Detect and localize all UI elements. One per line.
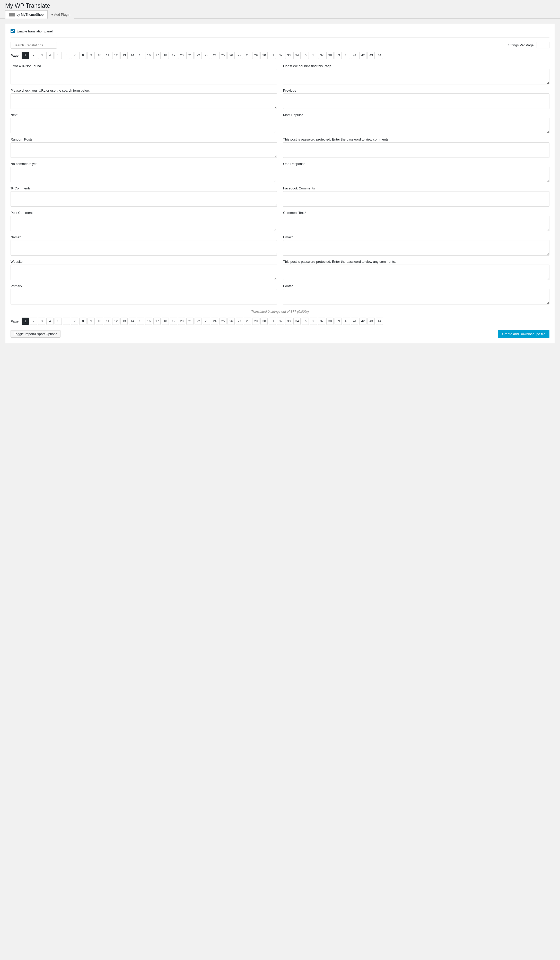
search-input[interactable] [11, 42, 57, 49]
page-button-3[interactable]: 3 [38, 52, 45, 59]
page-button-17[interactable]: 17 [154, 318, 161, 325]
enable-checkbox[interactable] [11, 29, 15, 33]
page-button-26[interactable]: 26 [227, 52, 235, 59]
page-button-14[interactable]: 14 [129, 318, 136, 325]
page-button-29[interactable]: 29 [252, 52, 259, 59]
page-button-6[interactable]: 6 [63, 52, 70, 59]
translation-textarea-f3[interactable] [11, 93, 277, 109]
page-button-20[interactable]: 20 [178, 52, 185, 59]
page-button-39[interactable]: 39 [334, 52, 342, 59]
page-button-2[interactable]: 2 [30, 52, 37, 59]
page-button-25[interactable]: 25 [219, 318, 226, 325]
page-button-1[interactable]: 1 [22, 318, 29, 325]
page-button-5[interactable]: 5 [54, 52, 62, 59]
page-button-35[interactable]: 35 [302, 52, 309, 59]
page-button-27[interactable]: 27 [236, 52, 243, 59]
page-button-35[interactable]: 35 [302, 318, 309, 325]
page-button-40[interactable]: 40 [343, 318, 350, 325]
page-button-22[interactable]: 22 [195, 318, 202, 325]
page-button-30[interactable]: 30 [261, 52, 268, 59]
page-button-13[interactable]: 13 [120, 52, 128, 59]
page-button-44[interactable]: 44 [376, 52, 383, 59]
page-button-42[interactable]: 42 [359, 318, 366, 325]
translation-textarea-f7[interactable] [11, 142, 277, 158]
toggle-import-export-button[interactable]: Toggle Import/Export Options [11, 330, 61, 338]
page-button-23[interactable]: 23 [203, 318, 210, 325]
page-button-24[interactable]: 24 [211, 52, 218, 59]
page-button-8[interactable]: 8 [79, 318, 86, 325]
page-button-5[interactable]: 5 [54, 318, 62, 325]
page-button-34[interactable]: 34 [293, 52, 301, 59]
tab-mythemeshop[interactable]: by MyThemeShop [5, 10, 48, 19]
page-button-9[interactable]: 9 [88, 52, 95, 59]
page-button-39[interactable]: 39 [334, 318, 342, 325]
page-button-33[interactable]: 33 [285, 318, 292, 325]
page-button-17[interactable]: 17 [154, 52, 161, 59]
page-button-4[interactable]: 4 [46, 318, 54, 325]
translation-textarea-f14[interactable] [283, 216, 549, 231]
translation-textarea-f15[interactable] [11, 240, 277, 256]
page-button-41[interactable]: 41 [351, 318, 358, 325]
page-button-33[interactable]: 33 [285, 52, 292, 59]
translation-textarea-f1[interactable] [11, 69, 277, 85]
page-button-13[interactable]: 13 [120, 318, 128, 325]
page-button-30[interactable]: 30 [261, 318, 268, 325]
translation-textarea-f16[interactable] [283, 240, 549, 256]
page-button-16[interactable]: 16 [145, 52, 152, 59]
translation-textarea-f11[interactable] [11, 191, 277, 207]
page-button-36[interactable]: 36 [310, 52, 317, 59]
page-button-11[interactable]: 11 [104, 52, 111, 59]
page-button-31[interactable]: 31 [269, 318, 276, 325]
page-button-18[interactable]: 18 [162, 318, 169, 325]
page-button-36[interactable]: 36 [310, 318, 317, 325]
translation-textarea-f2[interactable] [283, 69, 549, 85]
page-button-38[interactable]: 38 [326, 318, 334, 325]
page-button-12[interactable]: 12 [112, 318, 119, 325]
page-button-16[interactable]: 16 [145, 318, 152, 325]
page-button-40[interactable]: 40 [343, 52, 350, 59]
strings-per-page-input[interactable]: 20 [537, 42, 549, 48]
page-button-7[interactable]: 7 [71, 52, 78, 59]
page-button-15[interactable]: 15 [137, 318, 144, 325]
page-button-43[interactable]: 43 [368, 318, 375, 325]
page-button-34[interactable]: 34 [293, 318, 301, 325]
page-button-23[interactable]: 23 [203, 52, 210, 59]
page-button-8[interactable]: 8 [79, 52, 86, 59]
page-button-22[interactable]: 22 [195, 52, 202, 59]
page-button-38[interactable]: 38 [326, 52, 334, 59]
translation-textarea-f17[interactable] [11, 265, 277, 280]
page-button-44[interactable]: 44 [376, 318, 383, 325]
page-button-10[interactable]: 10 [96, 318, 103, 325]
page-button-11[interactable]: 11 [104, 318, 111, 325]
page-button-7[interactable]: 7 [71, 318, 78, 325]
translation-textarea-f9[interactable] [11, 167, 277, 182]
page-button-18[interactable]: 18 [162, 52, 169, 59]
translation-textarea-f10[interactable] [283, 167, 549, 182]
translation-textarea-f20[interactable] [283, 289, 549, 304]
page-button-31[interactable]: 31 [269, 52, 276, 59]
page-button-15[interactable]: 15 [137, 52, 144, 59]
page-button-4[interactable]: 4 [46, 52, 54, 59]
page-button-19[interactable]: 19 [170, 318, 177, 325]
page-button-28[interactable]: 28 [244, 318, 251, 325]
page-button-37[interactable]: 37 [318, 318, 325, 325]
page-button-25[interactable]: 25 [219, 52, 226, 59]
page-button-19[interactable]: 19 [170, 52, 177, 59]
page-button-1[interactable]: 1 [22, 52, 29, 59]
page-button-3[interactable]: 3 [38, 318, 45, 325]
page-button-27[interactable]: 27 [236, 318, 243, 325]
page-button-29[interactable]: 29 [252, 318, 259, 325]
translation-textarea-f5[interactable] [11, 118, 277, 133]
page-button-10[interactable]: 10 [96, 52, 103, 59]
translation-textarea-f6[interactable] [283, 118, 549, 133]
page-button-2[interactable]: 2 [30, 318, 37, 325]
page-button-6[interactable]: 6 [63, 318, 70, 325]
page-button-42[interactable]: 42 [359, 52, 366, 59]
page-button-41[interactable]: 41 [351, 52, 358, 59]
page-button-21[interactable]: 21 [186, 52, 194, 59]
page-button-9[interactable]: 9 [88, 318, 95, 325]
translation-textarea-f12[interactable] [283, 191, 549, 207]
page-button-14[interactable]: 14 [129, 52, 136, 59]
page-button-43[interactable]: 43 [368, 52, 375, 59]
translation-textarea-f18[interactable] [283, 265, 549, 280]
